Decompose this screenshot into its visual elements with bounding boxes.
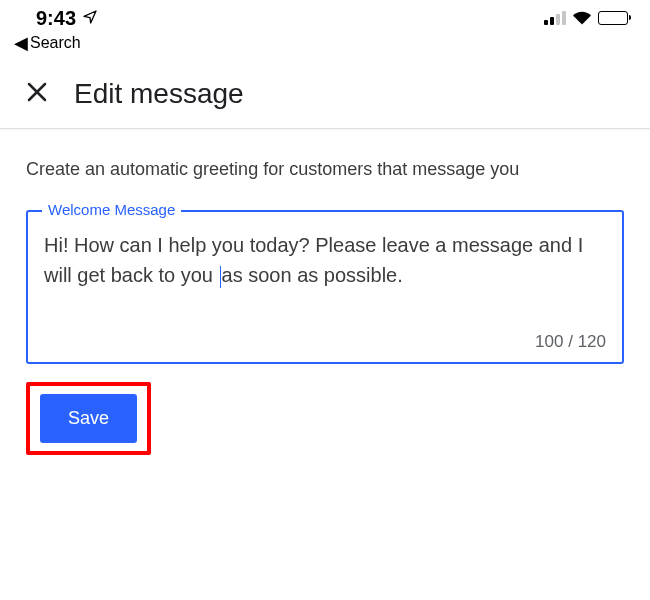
back-caret-icon: ◀︎ bbox=[14, 32, 28, 54]
save-button[interactable]: Save bbox=[40, 394, 137, 443]
message-text-after: as soon as possible. bbox=[222, 264, 403, 286]
back-label: Search bbox=[30, 34, 81, 52]
page-header: Edit message bbox=[0, 62, 650, 129]
close-icon[interactable] bbox=[26, 81, 48, 107]
character-count: 100 / 120 bbox=[44, 332, 606, 352]
wifi-icon bbox=[572, 11, 592, 26]
cellular-signal-icon bbox=[544, 11, 566, 25]
back-to-search[interactable]: ◀︎ Search bbox=[0, 30, 650, 62]
page-title: Edit message bbox=[74, 78, 244, 110]
content-area: Create an automatic greeting for custome… bbox=[0, 129, 650, 485]
status-time: 9:43 bbox=[36, 7, 76, 30]
battery-icon bbox=[598, 11, 628, 25]
welcome-message-field[interactable]: Welcome Message Hi! How can I help you t… bbox=[26, 210, 624, 364]
save-highlight-box: Save bbox=[26, 382, 151, 455]
instruction-text: Create an automatic greeting for custome… bbox=[26, 159, 624, 180]
status-bar: 9:43 bbox=[0, 0, 650, 30]
message-textarea[interactable]: Hi! How can I help you today? Please lea… bbox=[44, 230, 606, 320]
location-icon bbox=[82, 7, 98, 30]
field-label: Welcome Message bbox=[42, 201, 181, 218]
status-right bbox=[544, 11, 628, 26]
status-left: 9:43 bbox=[36, 7, 98, 30]
text-cursor-icon bbox=[220, 266, 221, 288]
